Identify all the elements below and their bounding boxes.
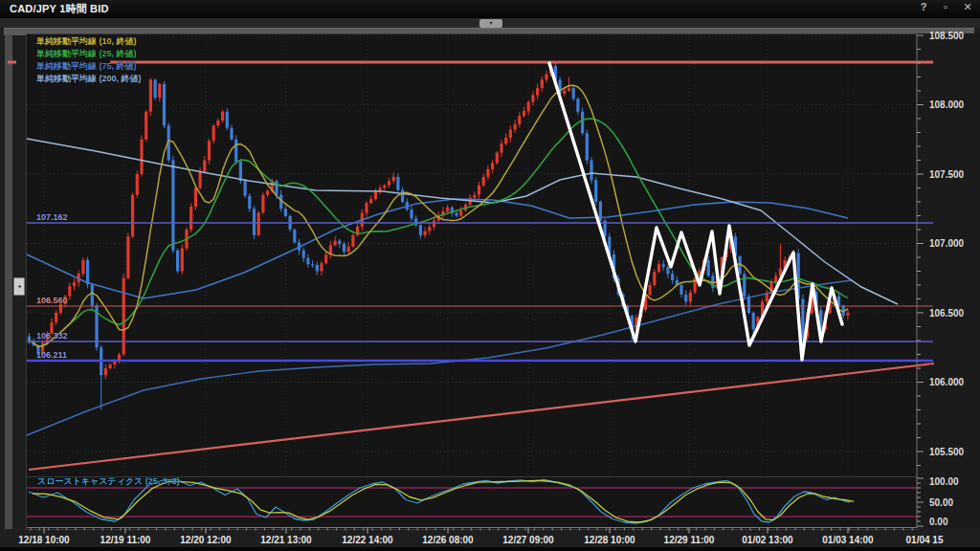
legend-item-sma75[interactable]: 単純移動平均線 (75, 終値): [36, 60, 142, 73]
candles-layer: [28, 62, 850, 410]
grid-layer: [27, 34, 917, 475]
stoch-tick-label: 50.00: [929, 497, 953, 508]
x-axis-label: 12/26 08:00: [422, 535, 474, 545]
x-axis-label: 12/22 14:00: [342, 535, 393, 545]
x-axis-label: 12/27 09:00: [502, 535, 554, 545]
hline-label-106332: 106.332: [36, 331, 68, 341]
x-axis-label: 12/28 10:00: [584, 535, 635, 545]
legend-item-sma200[interactable]: 単純移動平均線 (200, 終値): [36, 73, 142, 85]
ma25-line: [30, 119, 848, 347]
x-axis-label: 12/29 11:00: [664, 535, 715, 545]
hline-label-106560: 106.560: [36, 296, 68, 305]
price-tick-label: 108.000: [929, 99, 965, 110]
x-axis-label: 12/20 12:00: [180, 535, 232, 545]
x-axis-label: 01/04 15: [906, 535, 944, 545]
price-chart[interactable]: 108.500108.000107.500107.000106.500106.0…: [0, 0, 980, 551]
price-tick-label: 106.000: [929, 377, 965, 387]
x-axis-label: 12/19 11:00: [100, 535, 151, 545]
stoch-tick-label: 0.00: [929, 517, 948, 527]
legend-item-sma25[interactable]: 単純移動平均線 (25, 終値): [36, 48, 142, 60]
trading-app-window: CAD/JPY 1時間 BID ? ▫ ✕ ▾ ◂ 108.500108.000…: [0, 0, 980, 551]
stoch-tick-label: 100.00: [929, 476, 959, 487]
stochastic-label: スローストキャスティクス (25, 3, 3): [37, 475, 180, 488]
price-tick-label: 108.500: [929, 31, 965, 41]
x-axis-label: 01/03 14:00: [822, 535, 874, 545]
price-tick-label: 106.500: [929, 308, 965, 319]
hline-label-107162: 107.162: [36, 212, 68, 222]
hline-label-106211: 106.211: [36, 350, 67, 360]
price-tick-label: 107.000: [929, 238, 965, 249]
x-axis-label: 12/21 13:00: [260, 535, 312, 545]
time-axis: 12/18 10:0012/19 11:0012/20 12:0012/21 1…: [18, 528, 944, 546]
x-axis-label: 01/02 13:00: [742, 535, 793, 545]
price-tick-label: 105.500: [929, 447, 965, 457]
price-tick-label: 107.500: [929, 169, 965, 180]
indicator-legend: 単純移動平均線 (10, 終値) 単純移動平均線 (25, 終値) 単純移動平均…: [36, 35, 142, 85]
x-axis-label: 12/18 10:00: [18, 535, 70, 545]
price-axis: 108.500108.000107.500107.000106.500106.0…: [917, 31, 965, 466]
trend-line: [29, 364, 934, 470]
zigzag-drawing: [549, 63, 842, 360]
ma-lower-line: [27, 280, 852, 435]
legend-item-sma10[interactable]: 単純移動平均線 (10, 終値): [36, 35, 142, 48]
